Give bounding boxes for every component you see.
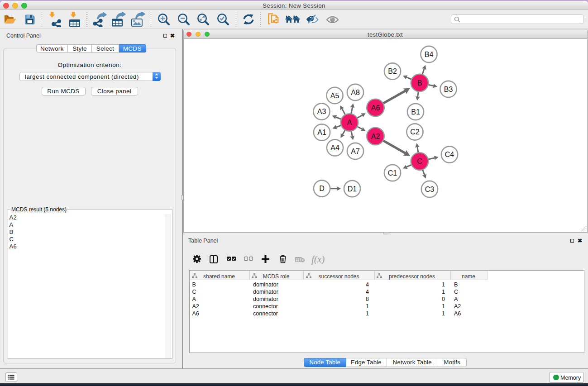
svg-text:B3: B3 [444, 86, 453, 93]
svg-text:C3: C3 [425, 186, 435, 193]
svg-text:A1: A1 [317, 129, 326, 136]
svg-text:C2: C2 [410, 128, 420, 136]
svg-text:A7: A7 [351, 148, 360, 155]
svg-text:A6: A6 [371, 104, 380, 112]
svg-text:B1: B1 [411, 108, 420, 116]
svg-text:D1: D1 [348, 185, 357, 193]
svg-text:C4: C4 [445, 151, 454, 158]
svg-text:B4: B4 [425, 51, 434, 58]
svg-text:C1: C1 [388, 169, 397, 177]
svg-text:A4: A4 [330, 144, 339, 152]
svg-text:A: A [347, 119, 352, 126]
svg-text:A8: A8 [351, 89, 360, 96]
svg-text:A5: A5 [330, 92, 339, 100]
svg-text:D: D [319, 185, 325, 192]
svg-text:C: C [417, 157, 422, 165]
svg-text:B2: B2 [388, 67, 397, 75]
svg-text:A3: A3 [317, 108, 326, 115]
svg-text:B: B [417, 79, 422, 87]
svg-text:A2: A2 [371, 133, 380, 140]
